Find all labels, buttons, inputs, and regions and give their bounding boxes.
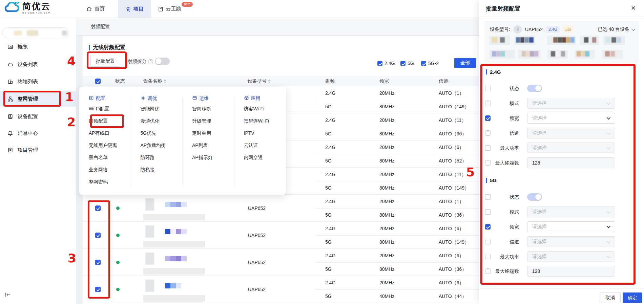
- menu-item[interactable]: 扫码连Wi-Fi: [244, 115, 286, 127]
- all-bands-button[interactable]: 全部: [454, 58, 476, 68]
- row-checkbox[interactable]: [95, 287, 101, 292]
- menu-item[interactable]: 漫游优化: [141, 115, 183, 127]
- mode-select[interactable]: 请选择: [527, 207, 615, 217]
- menu-item[interactable]: IPTV: [244, 127, 286, 139]
- bandwidth-cell: 20MHz: [379, 195, 394, 208]
- close-icon[interactable]: ✕: [631, 4, 636, 12]
- band-badge-5G: 5G: [563, 26, 573, 33]
- sort-icon[interactable]: [268, 79, 271, 83]
- bandwidth-cell: 80MHz: [379, 154, 394, 168]
- checkbox[interactable]: [400, 61, 406, 66]
- menu-item[interactable]: 5G优先: [141, 127, 183, 139]
- menu-item[interactable]: Wi-Fi配置: [89, 103, 131, 115]
- field-row-5G-max_clients: 最大终端数128: [479, 266, 644, 277]
- menu-item[interactable]: AP有线口: [89, 127, 131, 139]
- channel-select[interactable]: 请选择: [527, 128, 615, 138]
- status-toggle[interactable]: [527, 85, 542, 92]
- bandwidth-select[interactable]: 请选择: [527, 221, 615, 232]
- menu-item[interactable]: 定时重启: [192, 127, 234, 139]
- bandwidth-select[interactable]: 请选择: [527, 113, 615, 124]
- menu-item[interactable]: 射频配置: [89, 115, 131, 127]
- row-checkbox[interactable]: [95, 233, 101, 238]
- menu-item[interactable]: 智简诊断: [192, 103, 234, 115]
- checkbox[interactable]: [421, 61, 426, 66]
- col-header-status: 状态: [115, 76, 125, 86]
- band-filter-5G-2[interactable]: 5G-2: [421, 61, 439, 66]
- channel-cell: AUTO（11）: [439, 168, 466, 181]
- radio-split-toggle[interactable]: [155, 58, 170, 65]
- menu-item[interactable]: 智能网优: [141, 103, 183, 115]
- sidebar-item-2[interactable]: 终端列表: [0, 74, 76, 89]
- menu-item[interactable]: 无线用户隔离: [89, 139, 131, 151]
- sidebar-item-label: 项目管理: [18, 147, 38, 153]
- band-filter-2.4G[interactable]: 2.4G: [377, 61, 395, 66]
- radio-cell: 2.4G: [325, 168, 335, 181]
- mode-select[interactable]: 请选择: [527, 98, 615, 109]
- menu-item[interactable]: 升级管理: [192, 115, 234, 127]
- sidebar-item-1[interactable]: 设备列表: [0, 57, 76, 72]
- band-filter-5G[interactable]: 5G: [400, 61, 414, 66]
- max_clients-input[interactable]: 128: [527, 157, 615, 168]
- sidebar-item-label: 设备配置: [18, 113, 38, 120]
- select-all-checkbox[interactable]: [95, 79, 101, 84]
- sidebar-item-3[interactable]: 整网管理: [0, 91, 76, 107]
- menu-item[interactable]: 整网密码: [89, 176, 131, 188]
- project-name-pill-redacted[interactable]: [2, 27, 69, 38]
- table-header: 状态 设备名称 设备型号 射频 频宽 信道: [83, 76, 479, 86]
- menu-item[interactable]: 业务网络: [89, 164, 131, 176]
- menu-item[interactable]: 云认证: [244, 139, 286, 151]
- device-serial-redacted: [143, 295, 205, 302]
- menu-item[interactable]: 访客Wi-Fi: [244, 103, 286, 115]
- bandwidth-cell: 80MHz: [379, 181, 394, 195]
- max_clients-input[interactable]: 128: [527, 266, 615, 277]
- menu-item[interactable]: 内网穿透: [244, 151, 286, 164]
- max_power-select[interactable]: 请选择: [527, 143, 615, 153]
- nav-item-survey[interactable]: 云工勘 beta: [153, 0, 186, 18]
- cancel-button[interactable]: 取消: [600, 292, 621, 303]
- menu-item[interactable]: 防私接: [141, 164, 183, 176]
- sidebar-item-5[interactable]: 消息中心: [0, 125, 76, 141]
- menu-item[interactable]: 黑白名单: [89, 151, 131, 164]
- selected-count-dropdown[interactable]: 已选 48 台设备: [598, 26, 634, 32]
- title-accent-bar: [486, 178, 487, 183]
- radio-cell: 5G: [325, 235, 332, 249]
- field-label: 频宽: [486, 221, 519, 232]
- selected-device-chip-redacted: [602, 50, 623, 59]
- app-logo: 简优云 ucloud.h3c.com: [5, 2, 51, 14]
- max_power-select[interactable]: 请选择: [527, 251, 615, 262]
- sidebar-item-0[interactable]: 概览: [0, 39, 76, 55]
- sidebar-item-icon: [7, 44, 13, 50]
- menu-item[interactable]: AP负载均衡: [141, 139, 183, 151]
- col-header-model[interactable]: 设备型号: [248, 76, 271, 86]
- row-checkbox[interactable]: [95, 205, 101, 211]
- help-icon[interactable]: ?: [148, 59, 153, 64]
- logo-subtitle: ucloud.h3c.com: [22, 12, 51, 14]
- channel-select[interactable]: 请选择: [527, 236, 615, 247]
- sidebar-item-icon: [7, 147, 13, 153]
- menu-item[interactable]: 防环路: [141, 151, 183, 164]
- panel-title: 批量射频配置: [486, 5, 520, 13]
- col-header-name[interactable]: 设备名称: [143, 76, 166, 86]
- sidebar-item-6[interactable]: 项目管理: [0, 142, 76, 158]
- nav-item-home[interactable]: 首页: [80, 0, 111, 18]
- radio-cell: 2.4G: [325, 86, 335, 100]
- bandwidth-cell: 80MHz: [379, 208, 394, 222]
- field-label: 频宽: [486, 113, 519, 124]
- subrow-divider: [315, 181, 479, 181]
- sidebar-item-4[interactable]: 设备配置: [0, 109, 76, 124]
- field-row-2.4G-mode: 模式请选择: [479, 98, 644, 109]
- menu-item[interactable]: AP列表: [192, 139, 234, 151]
- row-checkbox[interactable]: [95, 260, 101, 265]
- bandwidth-cell: 20MHz: [379, 86, 394, 100]
- field-row-5G-mode: 模式请选择: [479, 207, 644, 217]
- menu-item[interactable]: AP指示灯: [192, 151, 234, 164]
- channel-cell: AUTO（36）: [439, 208, 466, 222]
- status-toggle[interactable]: [527, 193, 542, 201]
- checkbox[interactable]: [377, 61, 382, 66]
- batch-config-button[interactable]: 批量配置: [90, 56, 120, 67]
- nav-item-project[interactable]: 项目: [118, 0, 151, 18]
- chevron-down-icon: [607, 210, 610, 213]
- sidebar-collapse-icon[interactable]: [5, 292, 11, 298]
- sort-icon[interactable]: [164, 79, 166, 83]
- confirm-button[interactable]: 确定: [623, 292, 642, 303]
